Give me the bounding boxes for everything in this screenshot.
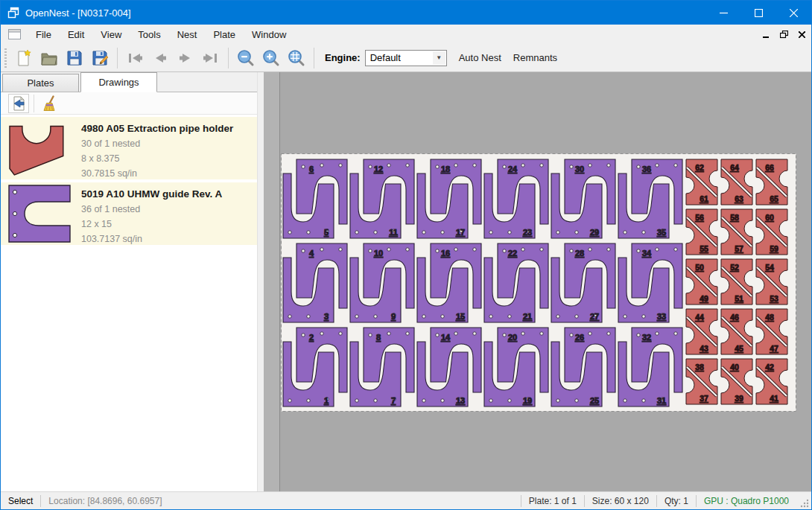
titlebar[interactable]: OpenNest - [N0317-004] [1, 1, 811, 25]
drawing-title: 4980 A05 Extraction pipe holder [81, 123, 251, 134]
part-number: 17 [456, 228, 465, 237]
part-number: 47 [770, 344, 778, 353]
part-number: 35 [657, 228, 666, 237]
minimize-button[interactable] [706, 1, 741, 25]
part-number: 14 [441, 333, 451, 342]
child-minimize-icon[interactable] [758, 27, 774, 42]
drawing-area: 30.7815 sq/in [81, 166, 251, 181]
drawing-title: 5019 A10 UHMW guide Rev. A [81, 188, 251, 200]
broom-icon [50, 96, 54, 103]
part-number: 8 [376, 333, 381, 342]
toolbar-grip[interactable] [4, 48, 7, 68]
tab-plates[interactable]: Plates [2, 74, 79, 92]
part-number: 49 [700, 294, 708, 303]
part-number: 46 [730, 313, 739, 322]
part-number: 56 [695, 213, 704, 222]
menu-plate[interactable]: Plate [205, 26, 244, 43]
part-number: 6 [309, 165, 314, 173]
go-previous-button[interactable] [148, 47, 173, 69]
nest-canvas[interactable]: 6512111817242330293635431091615222128273… [264, 72, 811, 491]
part-number: 5 [324, 228, 329, 237]
part-number: 34 [642, 249, 652, 258]
toolbar-separator [228, 48, 229, 68]
part-number: 57 [735, 244, 743, 253]
statusbar: Select Location: [84.8696, 60.6957] Plat… [1, 491, 811, 509]
part-number: 28 [575, 249, 584, 258]
menu-nest[interactable]: Nest [169, 26, 206, 43]
drawing-size: 12 x 15 [81, 217, 251, 232]
menu-window[interactable]: Window [244, 26, 294, 43]
part-number: 53 [770, 294, 778, 303]
engine-label: Engine: [325, 52, 361, 63]
resize-grip[interactable] [799, 498, 810, 509]
part-number: 25 [590, 396, 599, 405]
status-gpu: GPU : Quadro P1000 [697, 496, 796, 506]
remnants-button[interactable]: Remnants [507, 48, 563, 68]
part-number: 16 [441, 249, 450, 258]
main-area: Plates Drawings 4980 A05 Extra [1, 72, 811, 491]
part-number: 58 [730, 213, 739, 222]
status-location: Location: [84.8696, 60.6957] [41, 496, 169, 506]
panel-splitter[interactable] [258, 72, 264, 491]
part-number: 61 [700, 194, 708, 203]
toolbar-separator [117, 48, 118, 68]
close-button[interactable] [776, 1, 811, 25]
drawing-size: 8 x 8.375 [81, 151, 251, 166]
part-number: 23 [523, 228, 532, 237]
zoom-fit-button[interactable] [284, 47, 309, 69]
menu-view[interactable]: View [92, 26, 130, 43]
menu-file[interactable]: File [28, 26, 60, 43]
open-button[interactable] [37, 47, 62, 69]
part-number: 27 [590, 312, 599, 321]
save-as-button[interactable] [87, 47, 112, 69]
part-number: 59 [770, 244, 778, 253]
nest-view[interactable]: 6512111817242330293635431091615222128273… [279, 72, 811, 491]
part-number: 40 [730, 363, 739, 372]
tab-drawings[interactable]: Drawings [80, 72, 157, 92]
maximize-button[interactable] [741, 1, 776, 25]
part-number: 21 [523, 312, 532, 321]
status-mode: Select [1, 496, 40, 506]
status-size: Size: 60 x 120 [585, 496, 656, 506]
drawing-area: 103.7137 sq/in [81, 232, 251, 246]
menu-edit[interactable]: Edit [60, 26, 92, 43]
engine-select[interactable]: Default ▼ [365, 50, 447, 66]
document-window-icon[interactable] [8, 29, 21, 39]
part-number: 39 [735, 394, 743, 403]
zoom-out-button[interactable] [233, 47, 258, 69]
part-number: 52 [730, 263, 739, 272]
part-number: 55 [700, 244, 708, 253]
part-shape-red [10, 126, 63, 174]
auto-nest-button[interactable]: Auto Nest [453, 48, 507, 68]
toolbar-separator [314, 48, 314, 68]
save-button[interactable] [62, 47, 87, 69]
menu-tools[interactable]: Tools [130, 26, 168, 43]
part-number: 1 [324, 396, 329, 405]
list-item[interactable]: 4980 A05 Extraction pipe holder 30 of 1 … [1, 117, 257, 179]
go-next-button[interactable] [173, 47, 198, 69]
go-last-button[interactable] [198, 47, 223, 69]
chevron-down-icon[interactable]: ▼ [433, 51, 445, 65]
app-icon [7, 7, 19, 19]
part-number: 24 [508, 165, 518, 173]
part-number: 19 [523, 396, 532, 405]
part-number: 20 [508, 333, 517, 342]
child-restore-icon[interactable] [775, 27, 792, 42]
panel-tabs: Plates Drawings [1, 72, 257, 92]
clear-drawings-button[interactable] [39, 94, 60, 113]
child-close-icon[interactable] [793, 27, 810, 42]
status-qty: Qty: 1 [657, 496, 696, 506]
part-number: 54 [765, 263, 774, 272]
part-number: 41 [770, 394, 778, 403]
new-button[interactable] [11, 47, 37, 69]
part-number: 31 [657, 396, 666, 405]
go-first-button[interactable] [122, 47, 148, 69]
import-drawing-button[interactable] [8, 94, 29, 113]
drawing-nested-count: 30 of 1 nested [81, 136, 251, 151]
zoom-in-button[interactable] [258, 47, 284, 69]
list-item[interactable]: 5019 A10 UHMW guide Rev. A 36 of 1 neste… [1, 182, 257, 245]
part-shape-purple [9, 185, 70, 242]
nest-plate-svg[interactable]: 6512111817242330293635431091615222128273… [281, 153, 796, 412]
window-controls [706, 1, 811, 25]
part-number: 37 [700, 394, 708, 403]
